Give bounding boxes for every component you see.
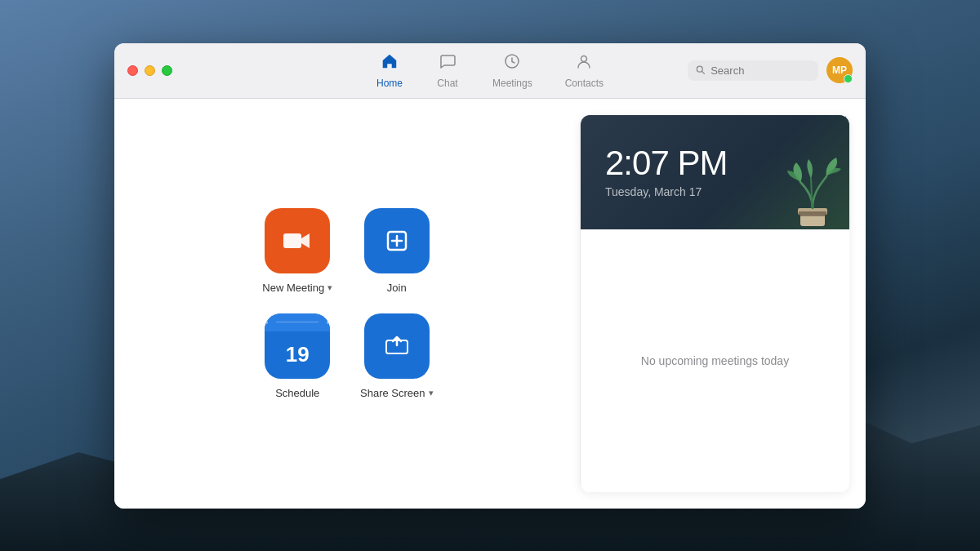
tab-contacts[interactable]: Contacts xyxy=(549,46,620,96)
clock-widget: 2:07 PM Tuesday, March 17 xyxy=(581,115,849,229)
search-bar[interactable] xyxy=(688,60,818,81)
tab-chat[interactable]: Chat xyxy=(419,46,476,96)
join-label: Join xyxy=(387,282,407,294)
new-meeting-label: New Meeting ▾ xyxy=(262,282,332,294)
search-icon xyxy=(696,64,706,76)
titlebar-right: MP xyxy=(688,57,853,83)
schedule-label: Schedule xyxy=(275,387,319,399)
tab-chat-label: Chat xyxy=(437,78,457,89)
minimize-button[interactable] xyxy=(145,65,155,76)
schedule-item[interactable]: 19 Schedule xyxy=(265,313,330,399)
search-input[interactable] xyxy=(710,64,810,77)
no-meetings-message: No upcoming meetings today xyxy=(641,354,789,367)
new-meeting-chevron: ▾ xyxy=(327,282,332,293)
avatar[interactable]: MP xyxy=(826,57,853,83)
tab-home-label: Home xyxy=(376,78,403,89)
svg-point-1 xyxy=(581,56,587,61)
tab-meetings[interactable]: Meetings xyxy=(476,46,549,96)
main-content: New Meeting ▾ Join xyxy=(114,99,866,509)
maximize-button[interactable] xyxy=(162,65,172,76)
calendar-top xyxy=(265,313,330,331)
svg-rect-9 xyxy=(799,211,826,216)
schedule-button[interactable]: 19 xyxy=(265,313,330,379)
chat-icon xyxy=(439,52,457,74)
share-screen-label: Share Screen ▾ xyxy=(360,387,434,399)
action-grid: New Meeting ▾ Join xyxy=(261,208,434,399)
home-icon xyxy=(381,52,399,74)
meetings-icon xyxy=(503,52,521,74)
left-panel: New Meeting ▾ Join xyxy=(114,99,580,509)
titlebar: Home Chat Meetings xyxy=(114,43,866,99)
meetings-area: No upcoming meetings today xyxy=(581,229,849,492)
share-screen-item[interactable]: Share Screen ▾ xyxy=(360,313,434,399)
close-button[interactable] xyxy=(127,65,138,76)
app-window: Home Chat Meetings xyxy=(114,43,866,509)
join-button[interactable] xyxy=(364,208,430,273)
share-screen-button[interactable] xyxy=(364,313,430,379)
calendar-dot-2 xyxy=(327,321,330,324)
new-meeting-item[interactable]: New Meeting ▾ xyxy=(262,208,332,294)
tab-home[interactable]: Home xyxy=(360,46,419,96)
calendar-day: 19 xyxy=(265,331,330,379)
traffic-lights xyxy=(127,65,172,76)
share-screen-chevron: ▾ xyxy=(429,388,434,398)
tab-meetings-label: Meetings xyxy=(492,78,532,89)
right-panel: 2:07 PM Tuesday, March 17 xyxy=(580,115,849,492)
svg-rect-4 xyxy=(283,233,301,248)
calendar-dot-1 xyxy=(265,321,268,324)
plant-decoration xyxy=(776,148,849,229)
join-item[interactable]: Join xyxy=(364,208,430,294)
nav-tabs: Home Chat Meetings xyxy=(360,46,620,96)
tab-contacts-label: Contacts xyxy=(565,78,604,89)
contacts-icon xyxy=(575,52,593,74)
new-meeting-button[interactable] xyxy=(265,208,330,273)
